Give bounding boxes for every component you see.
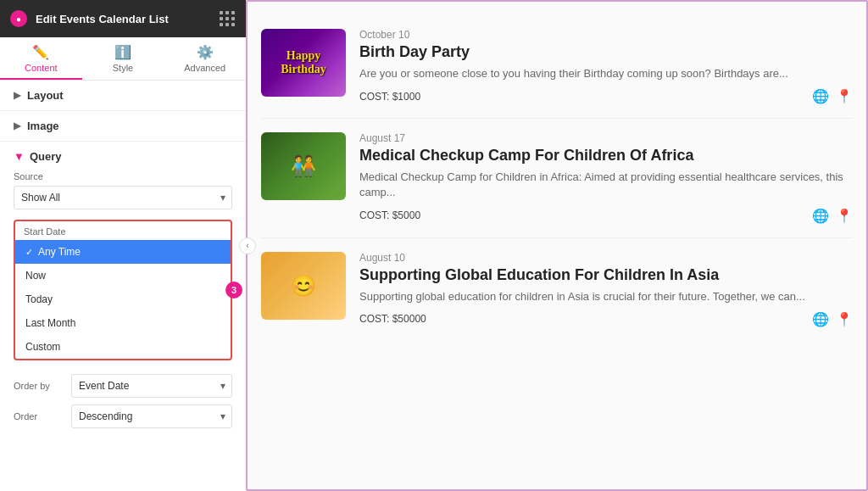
africa-thumbnail: 🧑‍🤝‍🧑 [261,132,346,200]
order-select-wrapper: Descending Ascending [71,405,232,428]
event-thumb-2: 🧑‍🤝‍🧑 [261,132,346,200]
left-panel: ● Edit Events Calendar List ✏️ Content ℹ… [0,0,246,491]
image-label: Image [27,120,59,132]
cost-value-3: $50000 [392,313,426,325]
event-cost-3: COST: $50000 [359,313,426,325]
order-select[interactable]: Descending Ascending [71,405,232,428]
tab-content[interactable]: ✏️ Content [0,37,82,80]
event-cost-1: COST: $1000 [359,91,420,103]
order-by-row: Order by Event Date Title Date Created [14,374,232,398]
layout-arrow-icon: ▶ [14,90,20,101]
event-action-icons-3: 🌐 📍 [812,311,853,327]
panel-title: Edit Events Calendar List [36,13,211,25]
event-cost-2: COST: $5000 [359,209,420,221]
event-title-2: Medical Checkup Camp For Children Of Afr… [359,147,853,165]
event-date-2: August 17 [359,132,853,144]
globe-icon-3[interactable]: 🌐 [812,311,829,327]
event-desc-3: Supporting global education for children… [359,289,853,304]
cost-label-2: COST: [359,209,389,221]
location-icon-2[interactable]: 📍 [836,208,853,224]
collapse-panel-button[interactable]: ‹ [239,237,256,254]
start-date-group: Start Date ✓ Any Time Now Today Last Mon… [14,220,232,360]
event-footer-2: COST: $5000 🌐 📍 [359,208,853,224]
cost-value-1: $1000 [392,91,420,103]
asia-thumbnail: 😊 [261,252,346,320]
content-icon: ✏️ [32,44,49,60]
source-select[interactable]: Show All Category Tag [14,186,232,209]
event-action-icons-1: 🌐 📍 [812,88,853,104]
event-thumb-1: HappyBirthday [261,29,346,97]
grid-icon[interactable] [220,11,236,27]
tab-style-label: Style [113,63,133,73]
layout-label: Layout [27,89,64,102]
option-now-label: Now [25,270,46,282]
event-footer-3: COST: $50000 🌐 📍 [359,311,853,327]
location-icon-3[interactable]: 📍 [836,311,853,327]
tabs-bar: ✏️ Content ℹ️ Style ⚙️ Advanced [0,37,246,81]
order-by-select[interactable]: Event Date Title Date Created [71,374,232,398]
event-info-2: August 17 Medical Checkup Camp For Child… [359,132,853,223]
option-last-month[interactable]: Last Month [15,311,231,335]
option-today-label: Today [25,293,53,305]
event-footer-1: COST: $1000 🌐 📍 [359,88,853,104]
option-today[interactable]: Today [15,287,231,311]
option-now[interactable]: Now [15,264,231,287]
event-desc-1: Are you or someone close to you having t… [359,66,853,81]
event-title-1: Birth Day Party [359,43,853,61]
panel-content: ▶ Layout ▶ Image ▼ Query Source Show All… [0,81,246,491]
start-date-label: Start Date [15,221,231,240]
query-label: Query [30,150,62,163]
option-custom[interactable]: Custom [15,335,231,359]
top-bar: ● Edit Events Calendar List [0,0,246,37]
event-date-1: October 10 [359,29,853,41]
advanced-icon: ⚙️ [197,44,214,60]
source-select-wrapper: Show All Category Tag [14,186,232,209]
birthday-thumbnail: HappyBirthday [261,29,346,97]
event-info-1: October 10 Birth Day Party Are you or so… [359,29,853,104]
option-any-time-label: Any Time [38,246,81,258]
image-arrow-icon: ▶ [14,120,20,131]
event-date-3: August 10 [359,252,853,264]
image-section-header[interactable]: ▶ Image [0,111,246,142]
location-icon-1[interactable]: 📍 [836,88,853,104]
globe-icon-2[interactable]: 🌐 [812,208,829,224]
event-title-3: Supporting Global Education For Children… [359,266,853,284]
cost-value-2: $5000 [392,209,420,221]
layout-section-header[interactable]: ▶ Layout [0,81,246,111]
event-card-3: 😊 August 10 Supporting Global Education … [261,238,853,341]
option-last-month-label: Last Month [25,317,75,329]
cost-label-1: COST: [359,91,389,103]
right-panel: HappyBirthday October 10 Birth Day Party… [246,0,868,491]
option-custom-label: Custom [25,341,60,353]
style-icon: ℹ️ [114,44,131,60]
tab-style[interactable]: ℹ️ Style [82,37,164,80]
source-group: Source Show All Category Tag [14,171,232,209]
globe-icon-1[interactable]: 🌐 [812,88,829,104]
event-card-2: 🧑‍🤝‍🧑 August 17 Medical Checkup Camp For… [261,119,853,237]
option-any-time[interactable]: ✓ Any Time [15,240,231,264]
query-arrow-icon: ▼ [14,150,25,163]
tab-content-label: Content [25,63,58,73]
event-card-1: HappyBirthday October 10 Birth Day Party… [261,15,853,119]
tab-advanced-label: Advanced [184,63,225,73]
order-by-select-wrapper: Event Date Title Date Created [71,374,232,398]
event-info-3: August 10 Supporting Global Education Fo… [359,252,853,327]
query-section: ▼ Query Source Show All Category Tag Sta… [0,142,246,360]
badge-number: 3 [225,282,242,299]
start-date-dropdown: Start Date ✓ Any Time Now Today Last Mon… [14,220,232,360]
order-section: Order by Event Date Title Date Created O… [0,367,246,442]
logo: ● [10,10,27,27]
order-row: Order Descending Ascending [14,405,232,428]
source-label: Source [14,171,232,181]
cost-label-3: COST: [359,313,389,325]
event-action-icons-2: 🌐 📍 [812,208,853,224]
event-desc-2: Medical Checkup Camp for Children in Afr… [359,170,853,200]
tab-advanced[interactable]: ⚙️ Advanced [164,37,246,80]
query-title[interactable]: ▼ Query [14,150,232,163]
order-by-label: Order by [14,381,64,391]
event-thumb-3: 😊 [261,252,346,320]
order-label: Order [14,411,64,421]
check-icon: ✓ [25,247,33,258]
